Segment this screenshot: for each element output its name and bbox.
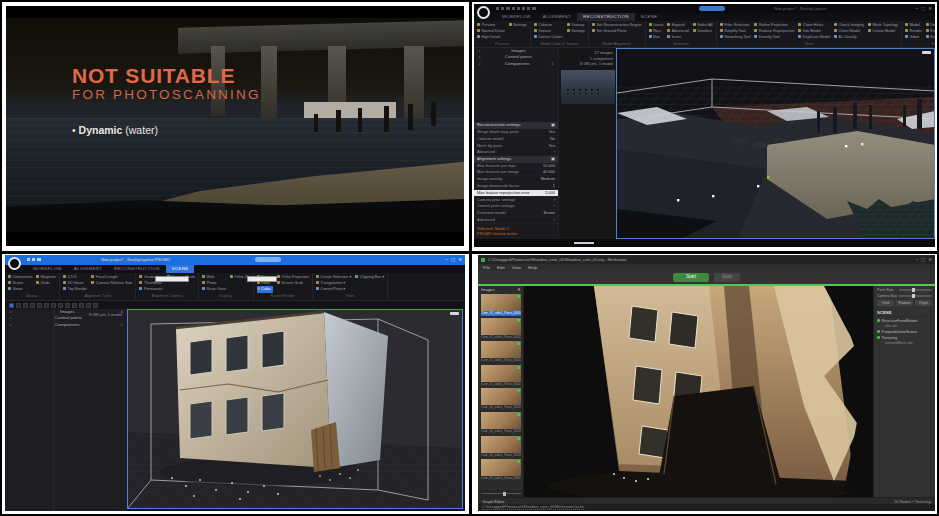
ribbon-button[interactable]: Camera Relative Size — [91, 280, 132, 286]
menu-item[interactable]: File — [483, 264, 490, 271]
close-icon[interactable]: ✕ — [928, 257, 932, 263]
ribbon-button[interactable]: Settings — [509, 22, 527, 28]
license-pill[interactable] — [699, 6, 725, 11]
ribbon-tab[interactable]: RECONSTRUCTION — [108, 265, 166, 273]
ribbon-button[interactable]: Screen Grab — [277, 280, 309, 286]
quick-access-toolbar[interactable] — [496, 7, 536, 10]
image-list-item[interactable]: Com_01_side1_Pano_00014 — [481, 388, 521, 410]
ribbon-button[interactable]: AI Classify — [834, 34, 864, 40]
titlebar[interactable]: New project* - RealityCapture – ▢ ✕ — [474, 4, 935, 13]
maximize-icon[interactable]: ▢ — [921, 257, 925, 263]
view-layout-toolbar[interactable] — [5, 301, 465, 309]
ribbon-button[interactable]: Reconstruction Region — [926, 34, 935, 40]
ribbon-tab[interactable]: ALIGNMENT — [68, 265, 108, 273]
thumbnail-size-slider[interactable] — [481, 493, 521, 495]
ribbon-button[interactable]: Grids — [36, 280, 56, 286]
image-list-item[interactable]: Com_01_side1_Pano_00011 — [481, 318, 521, 340]
start-button[interactable]: Start — [673, 273, 709, 282]
maximize-icon[interactable]: ▢ — [921, 6, 925, 12]
settings-row[interactable]: Advanced› — [474, 217, 558, 224]
close-icon[interactable]: ✕ — [458, 257, 462, 263]
settings-row[interactable]: Merge depth-map partsYes — [474, 129, 558, 136]
image-thumbnail[interactable] — [481, 341, 521, 358]
image-list-item[interactable]: Com_01_side1_Pano_00010 — [481, 294, 521, 316]
ribbon-tab[interactable]: SCENE — [166, 265, 195, 273]
tree-item[interactable]: Components1 — [5, 322, 127, 328]
image-thumbnail[interactable] — [481, 436, 521, 453]
titlebar[interactable]: C:\Untagged\Photoscan\Shoebox_com_01\Sho… — [478, 255, 935, 264]
settings-row[interactable]: Advanced› — [474, 149, 558, 156]
settings-row[interactable]: Distortion modelBrown — [474, 210, 558, 217]
component-dropdown[interactable] — [155, 276, 189, 282]
ribbon-button[interactable]: Box — [649, 34, 664, 40]
image-thumbnail[interactable] — [481, 318, 521, 335]
menu-item[interactable]: Edit — [497, 264, 505, 271]
window-controls[interactable]: – ▢ ✕ — [445, 257, 462, 263]
3d-viewport[interactable] — [127, 309, 463, 509]
ribbon-button[interactable]: Duplicate Model — [798, 34, 830, 40]
ribbon-button[interactable]: High Detail — [477, 34, 505, 40]
scene-media-entry[interactable]: StructureFromMotion sfm.abc — [877, 318, 932, 329]
ribbon-button[interactable]: Invert — [667, 34, 688, 40]
inspector-toggle[interactable]: Frames — [896, 300, 913, 306]
viewport-collapse-widget[interactable] — [450, 312, 459, 315]
image-list-item[interactable]: Com_01_side1_Pano_00012 — [481, 341, 521, 363]
settings-row[interactable]: Colorize modelNo — [474, 136, 558, 143]
license-pill[interactable] — [255, 257, 281, 262]
ribbon-button[interactable]: Views — [8, 286, 32, 292]
ribbon-tab[interactable]: WORKFLOW — [27, 265, 68, 273]
settings-row[interactable]: Image overlapMedium — [474, 176, 558, 183]
ribbon-button[interactable]: Clipping Box ▾ — [355, 274, 384, 280]
close-icon[interactable]: ✕ — [928, 6, 932, 12]
ribbon-button[interactable]: Settings — [567, 28, 585, 34]
graph-editor-strip[interactable]: Graph Editor 16 Nodes • Texturing — [478, 497, 935, 504]
quick-access-toolbar[interactable] — [27, 258, 41, 261]
image-thumbnail[interactable] — [481, 365, 521, 382]
settings-row[interactable]: Max feature reprojection error2.000 — [474, 190, 558, 197]
minimize-icon[interactable]: – — [445, 257, 448, 263]
image-thumbnail[interactable] — [481, 459, 521, 476]
settings-row[interactable]: Max features per mpx10 000 — [474, 163, 558, 170]
ribbon-tab[interactable]: WORKFLOW — [496, 13, 537, 21]
ribbon-button[interactable]: Video — [905, 34, 922, 40]
ribbon-tab[interactable]: ALIGNMENT — [537, 13, 577, 21]
image-list-item[interactable]: Com_01_side1_Pano_00016 — [481, 436, 521, 458]
ribbon-tab[interactable]: SCENE — [635, 13, 664, 21]
minimize-icon[interactable]: – — [915, 6, 918, 12]
scene-media-entry[interactable]: Texturing texturedMesh.obj — [877, 335, 932, 346]
ribbon-button[interactable]: Correct Colors — [534, 34, 563, 40]
settings-row[interactable]: Camera prior settings› — [474, 197, 558, 204]
search-input[interactable] — [247, 276, 277, 282]
image-list-item[interactable]: Com_01_side1_Pano_00015 — [481, 412, 521, 434]
ribbon-button[interactable]: Smoothing Tool — [720, 34, 751, 40]
image-thumbnail[interactable] — [481, 412, 521, 429]
viewport-collapse-widget[interactable] — [922, 51, 931, 54]
media-file[interactable]: texturedMesh.obj — [877, 341, 932, 346]
photo-thumbnail[interactable] — [561, 70, 615, 104]
window-controls[interactable]: – ▢ ✕ — [915, 6, 932, 12]
cache-path[interactable]: C:\Untagged\Photoscan\Shoebox_com_01\Mes… — [482, 505, 584, 510]
image-thumbnail[interactable] — [481, 294, 521, 311]
inspector-toggle[interactable]: Origin — [915, 300, 932, 306]
image-list-item[interactable]: Com_01_side1_Pano_00013 — [481, 365, 521, 387]
ribbon-button[interactable]: Create Model — [868, 28, 898, 34]
stop-button[interactable]: Stop — [714, 273, 740, 282]
inspector-toggle[interactable]: Grid — [877, 300, 894, 306]
titlebar[interactable]: New project* - RealityCapture PROMO – ▢ … — [5, 255, 465, 265]
ribbon-tab[interactable]: RECONSTRUCTION — [577, 13, 635, 21]
ribbon-button[interactable]: Densify Tool — [754, 34, 794, 40]
ribbon-button[interactable]: Permanent — [139, 286, 162, 292]
ribbon-button[interactable]: Cubic — [257, 286, 273, 292]
settings-row[interactable]: Mesh by partsYes — [474, 143, 558, 150]
menu-item[interactable]: Help — [528, 264, 537, 271]
3d-viewport[interactable] — [616, 48, 935, 239]
ribbon-button[interactable]: Top Render — [63, 286, 87, 292]
image-list-item[interactable]: Com_01_side1_Pano_00017 — [481, 459, 521, 481]
menu-item[interactable]: View — [512, 264, 521, 271]
ribbon-button[interactable]: Control Point ▾ — [316, 286, 352, 292]
settings-row[interactable]: Max features per image40 000 — [474, 169, 558, 176]
settings-row[interactable]: Image downscale factor1 — [474, 183, 558, 190]
image-thumbnail[interactable] — [481, 388, 521, 405]
inspector-slider[interactable]: Camera Scale — [877, 294, 932, 298]
minimize-icon[interactable]: – — [915, 257, 918, 263]
